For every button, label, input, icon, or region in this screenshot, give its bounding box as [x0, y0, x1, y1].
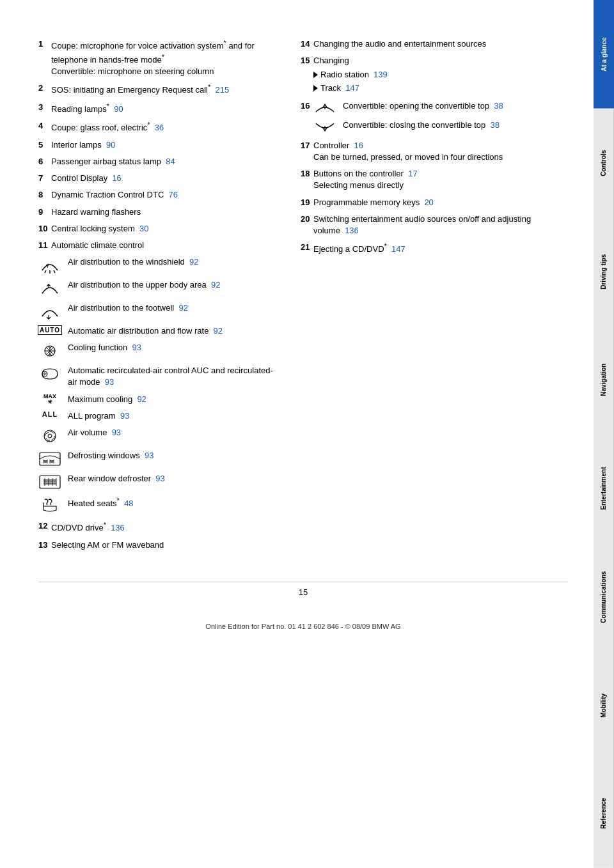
sub-item-cooling: Cooling function 93 [38, 342, 281, 360]
list-item: 12 CD/DVD drive* 136 [38, 520, 281, 534]
all-text-label: ALL [42, 410, 58, 418]
sub-item-text: Air volume 93 [68, 427, 281, 438]
list-item: 9 Hazard warning flashers [38, 206, 281, 218]
page-number: 15 [38, 587, 568, 597]
sub-item-text: Defrosting windows 93 [68, 450, 281, 461]
all-icon: ALL [38, 410, 61, 418]
item-content: Ejecting a CD/DVD* 147 [313, 242, 568, 256]
open-convertible-icon [313, 100, 336, 116]
list-item: 5 Interior lamps 90 [38, 139, 281, 151]
sub-item-air-upper: Air distribution to the upper body area … [38, 279, 281, 297]
max-icon: MAX ☀ [38, 394, 61, 405]
sub-item-text: ALL program 93 [68, 410, 281, 422]
max-text: MAX ☀ [43, 394, 56, 405]
sidebar-tab-at-a-glance[interactable]: At a glance [594, 0, 614, 109]
item-content: Control Display 16 [51, 173, 281, 184]
page-container: 1 Coupe: microphone for voice activation… [0, 0, 614, 868]
sidebar-tab-reference[interactable]: Reference [594, 759, 614, 868]
air-upper-icon [38, 279, 61, 297]
two-col-layout: 1 Coupe: microphone for voice activation… [38, 38, 568, 556]
sub-item-defrost-wind: Defrosting windows 93 [38, 450, 281, 468]
air-footwell-icon [38, 302, 61, 320]
sub-item-text: Maximum cooling 92 [68, 394, 281, 405]
svg-point-15 [44, 430, 56, 442]
sub-item-air-volume: Air volume 93 [38, 427, 281, 445]
arrow-icon [313, 72, 318, 78]
left-column: 1 Coupe: microphone for voice activation… [38, 38, 281, 556]
item-number: 14 [301, 38, 313, 50]
item-content: SOS: initiating an Emergency Request cal… [51, 82, 281, 97]
item-number: 5 [38, 139, 51, 151]
list-item: 17 Controller 16 Can be turned, pressed,… [301, 140, 568, 163]
sub-item-max: MAX ☀ Maximum cooling 92 [38, 394, 281, 405]
item-number: 15 [301, 55, 313, 95]
sidebar: At a glance Controls Driving tips Naviga… [594, 0, 614, 868]
defrost-windshield-icon [38, 450, 61, 468]
list-item: 14 Changing the audio and entertainment … [301, 38, 568, 50]
sub-item-air-windshield: Air distribution to the windshield 92 [38, 256, 281, 274]
item-number: 1 [38, 38, 51, 77]
sub-item-text: Air distribution to the windshield 92 [68, 256, 281, 268]
item-number: 10 [38, 223, 51, 235]
sub-item-text: Rear window defroster 93 [68, 473, 281, 484]
list-item: 8 Dynamic Traction Control DTC 76 [38, 189, 281, 201]
sub-item-text: Automatic recirculated-air control AUC a… [68, 365, 281, 388]
heated-seats-icon [38, 496, 61, 514]
item-content: Selecting AM or FM waveband [51, 539, 281, 551]
item-content: Programmable memory keys 20 [313, 197, 568, 208]
item-content: Buttons on the controller 17 Selecting m… [313, 168, 568, 191]
list-item: 15 Changing Radio station 139 Track 147 [301, 55, 568, 95]
list-item: 6 Passenger airbag status lamp 84 [38, 156, 281, 167]
sidebar-tab-communications[interactable]: Communications [594, 543, 614, 651]
list-item: 20 Switching entertainment audio sources… [301, 213, 568, 236]
sub-item-recirculate: Automatic recirculated-air control AUC a… [38, 365, 281, 388]
air-windshield-icon [38, 256, 61, 274]
list-item: 1 Coupe: microphone for voice activation… [38, 38, 281, 77]
close-convertible-icon [313, 120, 336, 135]
sidebar-tab-mobility[interactable]: Mobility [594, 651, 614, 760]
sidebar-tab-controls[interactable]: Controls [594, 109, 614, 217]
sidebar-tab-navigation[interactable]: Navigation [594, 325, 614, 434]
sidebar-tab-entertainment[interactable]: Entertainment [594, 434, 614, 543]
item-content: Reading lamps* 90 [51, 102, 281, 116]
item-number: 8 [38, 189, 51, 201]
sub-item-heated-seats: Heated seats* 48 [38, 496, 281, 514]
auto-icon: AUTO [38, 325, 61, 335]
item-number: 13 [38, 539, 51, 551]
item-content: Dynamic Traction Control DTC 76 [51, 189, 281, 201]
recirculate-icon [38, 365, 61, 383]
list-item: 11 Automatic climate control [38, 240, 281, 251]
sidebar-tab-driving-tips[interactable]: Driving tips [594, 217, 614, 326]
sub-item-all: ALL ALL program 93 [38, 410, 281, 422]
item-content: Controller 16 Can be turned, pressed, or… [313, 140, 568, 163]
list-item: 13 Selecting AM or FM waveband [38, 539, 281, 551]
list-item: 2 SOS: initiating an Emergency Request c… [38, 82, 281, 97]
item-number: 11 [38, 240, 51, 251]
item-content: Interior lamps 90 [51, 139, 281, 151]
radio-station-item: Radio station 139 [313, 69, 568, 81]
right-column: 14 Changing the audio and entertainment … [301, 38, 568, 556]
page-footer: Online Edition for Part no. 01 41 2 602 … [38, 623, 568, 630]
list-item: 16 Convertible: opening the convertible … [301, 100, 568, 135]
item-content: Changing Radio station 139 Track 147 [313, 55, 568, 95]
item-number: 17 [301, 140, 313, 163]
sidebar-tabs: At a glance Controls Driving tips Naviga… [594, 0, 614, 868]
sub-item-text: Automatic air distribution and flow rate… [68, 325, 281, 337]
main-content: 1 Coupe: microphone for voice activation… [0, 0, 594, 868]
climate-sub-items: Air distribution to the windshield 92 [38, 256, 281, 514]
item-content: Convertible: opening the convertible top… [313, 100, 568, 135]
sub-item-auto: AUTO Automatic air distribution and flow… [38, 325, 281, 337]
sub-item-text: Air distribution to the footwell 92 [68, 302, 281, 314]
sub-item-text: Heated seats* 48 [68, 496, 281, 510]
item-number: 19 [301, 197, 313, 208]
list-item: 4 Coupe: glass roof, electric* 36 [38, 120, 281, 134]
arrow-icon [313, 85, 318, 91]
item-content: Automatic climate control [51, 240, 281, 251]
list-item: 10 Central locking system 30 [38, 223, 281, 235]
list-item: 3 Reading lamps* 90 [38, 102, 281, 116]
item-number: 4 [38, 120, 51, 134]
item-content: Coupe: microphone for voice activation s… [51, 38, 281, 77]
item-content: Coupe: glass roof, electric* 36 [51, 120, 281, 134]
cooling-icon [38, 342, 61, 360]
air-volume-icon [38, 427, 61, 445]
